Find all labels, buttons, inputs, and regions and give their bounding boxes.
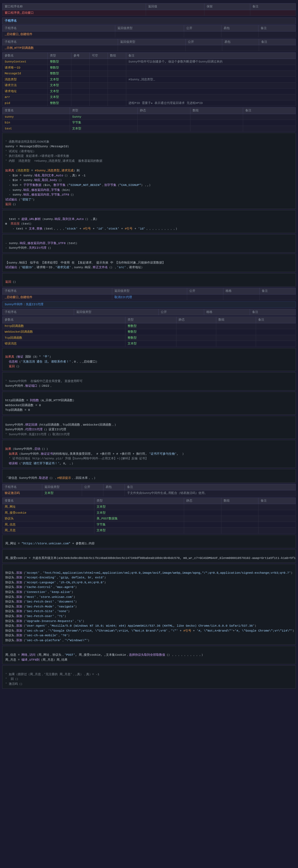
col-subname: 子程序名 (2, 309, 74, 315)
col-note: 备注 (259, 39, 296, 45)
table-row: text 文本型 (2, 126, 296, 132)
var-section-2: 变量名 类型 静态 数组 备注 周_网址 文本型 周_接受cookie 文本型 (2, 497, 296, 534)
col-note: 备注 (250, 4, 296, 10)
table-row: 协议头 美_POST数据集 (2, 516, 296, 522)
cell-pub (184, 32, 221, 38)
var-table-1: 变量名 类型 静态 数组 备注 sunny Sunny bin 字节集 (2, 107, 296, 132)
col-subname: 子程序名 (2, 39, 118, 45)
result-code: ' 如果（措辞过（周_月息，'无注册的 周_月息'，,真），真）= -1 ' 回… (2, 665, 296, 688)
col-rettype: 返回值类型 (42, 484, 82, 490)
col-array: 数组 (108, 52, 126, 59)
col-note: 备注 (259, 25, 296, 32)
cell-reserve (204, 10, 250, 16)
col-return: 返回值 (146, 4, 204, 10)
window-class-section: 窗口程序名称 返回值 保留 备注 窗口程序类_启动窗口 (2, 3, 296, 16)
table-row: bin 字节集 (2, 120, 296, 126)
col-easy: 易包 (222, 39, 259, 45)
col-array: 数组 (190, 107, 243, 114)
col-subname: 子程序名 (2, 288, 112, 294)
final-child-table: 子程序名 返回值类型 公开 易包 备注 验证激活码 文本型 子文件夹由Sunny… (2, 484, 296, 496)
child-props-table-1: 子程序名 返回值类型 公开 易包 备注 _启动窗口_创建组件 (2, 25, 296, 38)
col-nullable: 可空 (89, 52, 108, 59)
col-varname: 变量名 (2, 497, 94, 504)
var-table-2: 变量名 类型 静态 数组 备注 周_网址 文本型 周_接受cookie 文本型 (2, 497, 296, 534)
table-row: 请求唯一ID 整数型 (2, 65, 296, 71)
col-note: 备注 (243, 107, 296, 114)
table-row: Tcp回调函数 整数型 (2, 335, 296, 341)
table-row: 请求地址 文本型 (2, 88, 296, 94)
headers-code: 协议头.添加（'Accept'，'Text/html,application/x… (2, 564, 296, 645)
main-container: 窗口程序名称 返回值 保留 备注 窗口程序类_启动窗口 子程序名 (0, 0, 298, 692)
col-array: 数组 (221, 497, 259, 504)
params-table: 参数名 类型 参考 可空 数组 备注 SunnyContext 整数型 Sunn… (2, 52, 296, 106)
sub-table-section: 子程序名 返回值类型 公开 格格 备注 参数名 类型 静态 数组 备注 (2, 309, 296, 347)
cell-easy (222, 45, 259, 51)
table-row: 周_网址 文本型 (2, 504, 296, 510)
col-easy: 易包 (103, 484, 125, 490)
table-row: 周_月息 文本型 (2, 528, 296, 534)
validation-code: 如果真（验证 国际（3）* '平'） 信息框（'无激活消 通告 活, 请联系作者… (2, 348, 296, 371)
col-varname: 变量名 (2, 107, 70, 114)
cell-name: _启动窗口_创建组件 (2, 32, 115, 38)
condition-code: 如果（Sunny中间件.启动（）） 如果真（Sunny中间件.验证证书的特殊地址… (2, 440, 296, 468)
table-row: arr 文本型 (2, 94, 296, 100)
col-type: 类型 (70, 107, 138, 114)
code-block-3: · sunny.响应_修改返回内容_字字集_UTF8（text） · Sunny… (2, 234, 296, 253)
final-code: 周_信息 = 网络_访问（周_网址，协议头，'POST', 周_接受cookie… (2, 646, 296, 664)
col-public: 公开 (158, 309, 204, 315)
col-public: 公开 (185, 39, 222, 45)
table-row: 周_接受cookie 文本型 (2, 510, 296, 516)
col-note: 备注 (250, 309, 296, 315)
table-row: 请求方法 文本型 (2, 83, 296, 89)
col-note: 备注 (259, 497, 296, 504)
col-static: 静态 (176, 317, 216, 323)
cell-note (250, 10, 296, 16)
col-public: 公开 (187, 288, 224, 294)
col-type: 类型 (125, 317, 176, 323)
window-class-table-2: 子程序名 返回值类型 公开 格格 备注 _启动窗口_创建组件 取消IIt代理 (2, 288, 296, 300)
table-row: SunnyContext 整数型 Sunny中组件可以创建多个, 做这个参数判断… (2, 59, 296, 65)
code-block-note: 【sunny.响应】 似乎在 【请求处理】 中使用 在 【发起请求、 提示失效 … (2, 254, 296, 272)
table-row: http回调函数 整数型 (2, 323, 296, 329)
code-block-1: ' 函数用途说明及取回JSON对象 sunny = MessageId到Sunn… (2, 133, 296, 209)
col-format: 格格 (224, 288, 260, 294)
cell-ret (118, 45, 185, 51)
table-row: _启动窗口_创建组件 取消IIt代理 (2, 294, 296, 300)
index-note-code: 「请信息 Sunny中间件.取进进（），#错误提示，.回应水库，，） (2, 469, 296, 483)
cell-easy (221, 32, 259, 38)
cell-name: _示例_HTTP回调函数 (2, 45, 118, 51)
child-props-table-2: 子程序名 返回值类型 公开 易包 备注 _示例_HTTP回调函数 (2, 39, 296, 51)
col-rettype: 返回值类型 (115, 25, 184, 32)
col-static: 静态 (138, 107, 190, 114)
table-row: 消息类型 文本型 #Sunny_消息类型_ (2, 76, 296, 83)
cell-pub (185, 45, 222, 51)
sunny-start-code: Sunny中间件.绑定回调（http回调函数，Tcp回调函数，WebSocket… (2, 416, 296, 439)
col-type: 类型 (94, 497, 184, 504)
table-row: WebSocket回调函数 整数型 (2, 329, 296, 335)
window-class-table: 窗口程序名称 返回值 保留 备注 窗口程序类_启动窗口 (2, 3, 296, 16)
cell-note: Sunny中组件可以创建多个, 做这个参数判断是哪个Sunny回调过来的 (126, 59, 296, 65)
table-row: MessageId 整数型 (2, 71, 296, 77)
col-paramname: 参数名 (2, 52, 48, 59)
col-subname: 子程序名 (2, 484, 42, 490)
child-props-1: 子程序名 子程序名 返回值类型 公开 易包 备注 _启动窗口_创建组件 (2, 18, 296, 38)
col-rettype: 返回值类型 (112, 288, 187, 294)
col-rettype: 返回值类型 (74, 309, 158, 315)
cell-note (259, 32, 296, 38)
code-block-2: text = 超级_URL解析（sunny.响应_取到文本_Auto（），真） … (2, 210, 296, 233)
col-easy: 易包 (221, 25, 259, 32)
col-paramname: 参数名 (2, 317, 125, 323)
cell-pname: SunnyContext (2, 59, 48, 65)
sub-table: 子程序名 返回值类型 公开 格格 备注 (2, 309, 296, 316)
cell-type: 整数型 (48, 59, 71, 65)
url-code: 周_网址 = "https://store.unkisan.com" + 参数框… (2, 535, 296, 548)
counters-code: http回调函数 = 到指数（&_示例_HTTP回调函数） WebSocket回… (2, 392, 296, 415)
col-public: 公开 (184, 25, 221, 32)
table-row: pid 整数型 进程PID 需要子★ 表示通过代理返回请求 无进程#PID (2, 100, 296, 106)
table-row: 验证激活码 文本型 子文件夹由Sunny中间件生成,用配合（错易激活码）使用。 (2, 490, 296, 496)
table-row: 窗口程序类_启动窗口 (2, 10, 296, 16)
col-note: 备注 (126, 52, 296, 59)
col-ref: 参考 (71, 52, 89, 59)
section-label-1: 子程序名 (2, 18, 296, 24)
col-reserve: 保留 (204, 4, 250, 10)
